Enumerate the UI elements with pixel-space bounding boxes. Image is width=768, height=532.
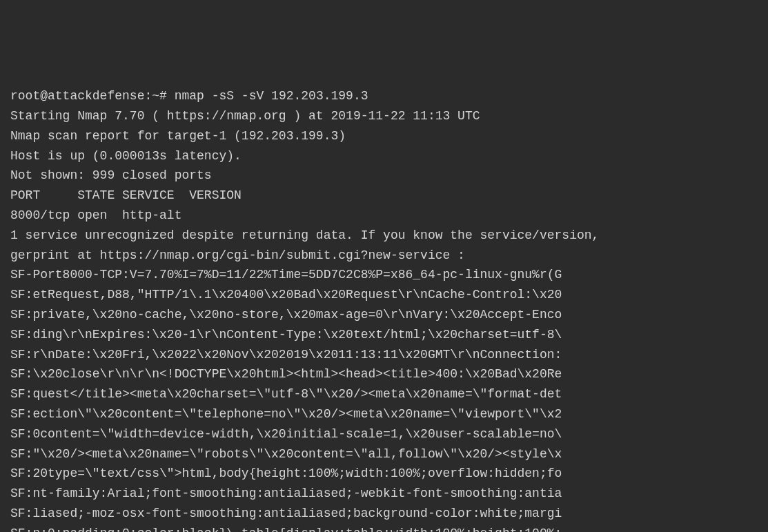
output-line: PORT STATE SERVICE VERSION: [10, 186, 758, 206]
command-line: root@attackdefense:~# nmap -sS -sV 192.2…: [10, 86, 758, 106]
terminal-window[interactable]: root@attackdefense:~# nmap -sS -sV 192.2…: [10, 86, 758, 532]
output-line: SF:\x20close\r\n\r\n<!DOCTYPE\x20html><h…: [10, 364, 758, 384]
output-line: Not shown: 999 closed ports: [10, 166, 758, 186]
output-line: SF:20type=\"text/css\">html,body{height:…: [10, 464, 758, 484]
output-line: Host is up (0.000013s latency).: [10, 146, 758, 166]
output-line: Nmap scan report for target-1 (192.203.1…: [10, 126, 758, 146]
output-line: SF:private,\x20no-cache,\x20no-store,\x2…: [10, 305, 758, 325]
shell-prompt: root@attackdefense:~#: [10, 89, 167, 103]
output-line: SF:quest</title><meta\x20charset=\"utf-8…: [10, 384, 758, 404]
output-line: SF:r\nDate:\x20Fri,\x2022\x20Nov\x202019…: [10, 345, 758, 365]
output-line: 8000/tcp open http-alt: [10, 206, 758, 226]
output-line: SF:n:0;padding:0;color:black}\.table{dis…: [10, 524, 758, 532]
command-text: nmap -sS -sV 192.203.199.3: [175, 89, 368, 103]
output-line: SF:liased;-moz-osx-font-smoothing:antial…: [10, 504, 758, 524]
output-line: SF:ection\"\x20content=\"telephone=no\"\…: [10, 404, 758, 424]
output-line: SF:0content=\"width=device-width,\x20ini…: [10, 424, 758, 444]
output-line: SF-Port8000-TCP:V=7.70%I=7%D=11/22%Time=…: [10, 265, 758, 285]
output-line: gerprint at https://nmap.org/cgi-bin/sub…: [10, 246, 758, 266]
output-line: SF:ding\r\nExpires:\x20-1\r\nContent-Typ…: [10, 325, 758, 345]
output-line: Starting Nmap 7.70 ( https://nmap.org ) …: [10, 106, 758, 126]
output-line: SF:nt-family:Arial;font-smoothing:antial…: [10, 484, 758, 504]
output-line: SF:etRequest,D88,"HTTP/1\.1\x20400\x20Ba…: [10, 285, 758, 305]
output-line: 1 service unrecognized despite returning…: [10, 226, 758, 246]
output-line: SF:"\x20/><meta\x20name=\"robots\"\x20co…: [10, 444, 758, 464]
